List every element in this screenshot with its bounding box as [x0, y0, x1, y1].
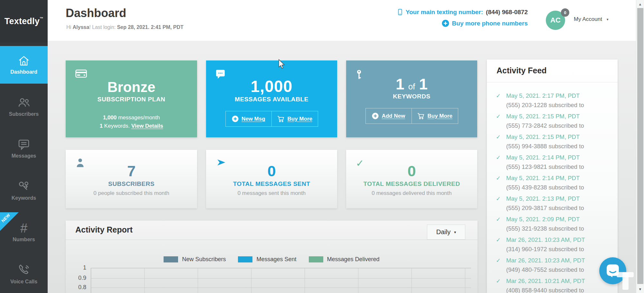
activity-chart	[91, 268, 471, 293]
sidebar-item-messages[interactable]: Messages	[0, 130, 48, 167]
messages-delivered-label: TOTAL MESSAGES DELIVERED	[346, 180, 477, 188]
sidebar-item-label: Dashboard	[10, 69, 37, 75]
plus-circle-icon	[232, 115, 239, 122]
feed-item: ✓ May 5, 2021. 2:15 PM, PDT (555) 994-38…	[496, 133, 614, 150]
scrollbar[interactable]: ▲ ▼	[636, 0, 644, 293]
sidebar-item-subscribers[interactable]: Subscribers	[0, 88, 48, 125]
buy-more-numbers-label: Buy more phone numbers	[452, 20, 528, 27]
feed-item: ✓ Mar 26, 2021. 10:23 AM, PDT (949) 480-…	[496, 257, 614, 273]
feed-item-date: May 5, 2021. 2:09 PM, PDT	[506, 216, 614, 223]
avatar[interactable]: AC 0	[546, 11, 565, 30]
feed-item-date: Mar 26, 2021. 10:23 AM, PDT	[506, 257, 614, 264]
feed-item-date: May 5, 2021. 2:14 PM, PDT	[506, 154, 614, 161]
hash-icon: #	[20, 222, 27, 234]
my-account-label: My Account	[574, 16, 602, 23]
activity-report-header: Activity Report Daily ▾	[66, 221, 478, 240]
scrollbar-thumb[interactable]	[637, 8, 643, 284]
divider	[487, 82, 618, 82]
scroll-down-button[interactable]: ▼	[636, 285, 644, 293]
sidebar-nav: Dashboard Subscribers Messages	[0, 46, 48, 293]
chevron-down-icon: ▾	[607, 17, 609, 22]
feed-item-detail: (555) 439-8238 subscribed to	[506, 184, 614, 191]
page-title: Dashboard	[66, 6, 126, 20]
legend-item-messages-sent: Messages Sent	[238, 256, 296, 263]
sidebar-item-keywords[interactable]: Keywords	[0, 171, 48, 209]
messages-sent-label: TOTAL MESSAGES SENT	[206, 180, 337, 188]
my-account-menu[interactable]: My Account ▾	[574, 16, 608, 23]
legend-swatch	[309, 256, 323, 262]
y-axis-tick: 0.8	[66, 284, 86, 291]
cart-icon	[417, 113, 425, 120]
messages-sent-subtext: 0 messages sent this month	[206, 190, 337, 197]
messages-delivered-subtext: 0 messages delivered this month	[346, 190, 477, 197]
feed-item: ✓ May 5, 2021. 2:15 PM, PDT (555) 773-28…	[496, 113, 614, 129]
chevron-down-icon: ▾	[454, 230, 456, 234]
check-icon: ✓	[496, 257, 501, 264]
messages-card-buttons: New Msg Buy More	[225, 111, 318, 127]
y-axis-tick: 1	[66, 264, 86, 271]
keywords-used: 1	[396, 75, 404, 93]
sidebar-item-label: Subscribers	[9, 111, 39, 117]
buy-more-keywords-button[interactable]: Buy More	[412, 108, 458, 124]
subscribers-icon	[16, 96, 31, 109]
sidebar: Textedly™ Dashboard Subscribers	[0, 0, 48, 293]
cart-icon	[277, 115, 285, 123]
messages-sent-stat-card: 0 TOTAL MESSAGES SENT 0 messages sent th…	[206, 150, 337, 208]
add-new-keyword-button[interactable]: Add New	[366, 108, 412, 124]
feed-item: ✓ May 5, 2021. 2:14 PM, PDT (555) 123-98…	[496, 154, 614, 170]
range-selector-dropdown[interactable]: Daily ▾	[427, 224, 465, 240]
legend-item-new-subscribers: New Subscribers	[164, 256, 226, 263]
check-icon: ✓	[356, 158, 364, 169]
check-icon: ✓	[496, 133, 501, 141]
keywords-icon	[17, 179, 31, 193]
plus-circle-icon	[442, 20, 449, 27]
feed-item: ✓ May 5, 2021. 2:14 PM, PDT (555) 439-82…	[496, 175, 614, 191]
sidebar-item-dashboard[interactable]: Dashboard	[0, 46, 48, 84]
subscription-plan-card: Bronze SUBSCRIPTION PLAN 1,000 messages/…	[66, 60, 197, 137]
feed-item-detail: (314) 960-1972 subscribed to	[506, 246, 614, 253]
chart-legend: New Subscribers Messages Sent Messages D…	[66, 256, 478, 263]
gridline	[91, 268, 471, 268]
plan-messages-line: 1,000 messages/month	[66, 114, 197, 121]
feed-item-detail: (555) 203-1228 subscribed to	[506, 102, 614, 109]
check-icon: ✓	[496, 175, 501, 182]
messages-available-card: 1,000 MESSAGES AVAILABLE New Msg Buy Mor…	[206, 60, 337, 137]
feed-item-date: May 5, 2021. 2:13 PM, PDT	[506, 195, 614, 202]
textedly-dashboard: Textedly™ Dashboard Subscribers	[0, 0, 644, 293]
feed-item-date: Mar 26, 2021. 10:23 AM, PDT	[506, 236, 614, 243]
person-icon	[75, 158, 85, 168]
activity-feed-list: ✓ May 5, 2021. 2:17 PM, PDT (555) 203-12…	[496, 92, 614, 293]
buy-more-numbers-link[interactable]: Buy more phone numbers	[397, 20, 528, 27]
legend-swatch	[238, 256, 252, 262]
texting-number-label: Your main texting number:	[406, 9, 483, 16]
user-name: Alyssa	[73, 24, 90, 30]
feed-item-date: May 5, 2021. 2:15 PM, PDT	[506, 113, 614, 120]
avatar-initials: AC	[550, 16, 561, 24]
messages-icon	[17, 138, 31, 151]
scroll-up-button[interactable]: ▲	[636, 0, 644, 8]
sidebar-item-numbers[interactable]: NEW # Numbers	[0, 213, 48, 251]
messages-available-label: MESSAGES AVAILABLE	[206, 96, 337, 103]
key-icon	[356, 69, 362, 80]
feed-item-detail: (555) 209-3817 subscribed to	[506, 205, 614, 212]
check-icon: ✓	[496, 216, 501, 223]
chat-bubble-icon	[216, 69, 225, 79]
keywords-card: 1 of 1 KEYWORDS Add New Buy More	[346, 60, 477, 137]
feed-item-detail: (555) 321-9238 subscribed to	[506, 225, 614, 232]
sidebar-item-voice-calls[interactable]: Voice Calls	[0, 255, 48, 293]
greeting: Hi Alyssa! Last login: Sep 28, 2021. 2:4…	[66, 24, 184, 30]
feed-item-date: Mar 26, 2021. 10:21 AM, PDT	[506, 278, 614, 285]
check-icon: ✓	[496, 195, 501, 202]
new-msg-button[interactable]: New Msg	[226, 111, 272, 126]
check-icon: ✓	[496, 236, 501, 243]
brand-logo: Textedly™	[0, 0, 48, 42]
activity-feed-panel: Activity Feed ✓ May 5, 2021. 2:17 PM, PD…	[487, 60, 618, 293]
credit-card-icon	[75, 69, 87, 78]
view-details-link[interactable]: View Details	[131, 123, 163, 129]
watermark-t-logo	[622, 272, 629, 290]
feed-item-detail: (555) 773-2842 subscribed to	[506, 122, 614, 129]
messages-delivered-stat-card: ✓ 0 TOTAL MESSAGES DELIVERED 0 messages …	[346, 150, 477, 208]
check-icon: ✓	[496, 278, 501, 285]
plan-name: Bronze	[66, 79, 197, 95]
buy-more-messages-button[interactable]: Buy More	[271, 111, 318, 126]
